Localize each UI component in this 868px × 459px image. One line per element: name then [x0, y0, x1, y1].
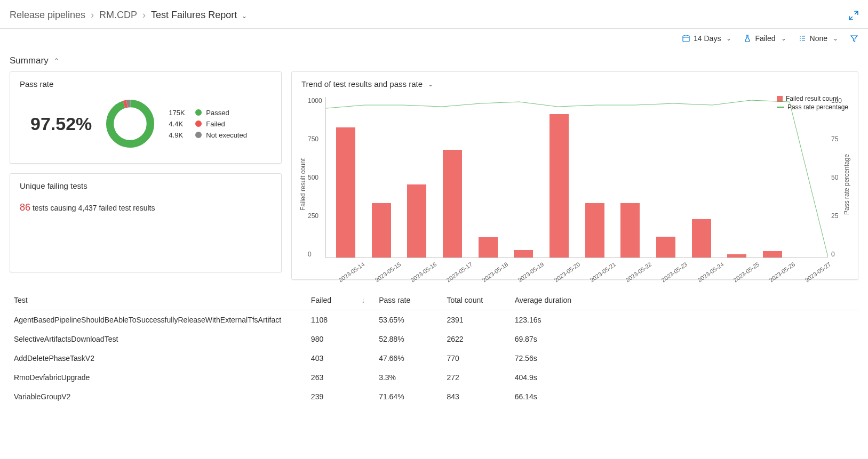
cell-total: 843 [442, 387, 510, 406]
chart-plot: 2023-05-142023-05-152023-05-162023-05-17… [325, 97, 828, 258]
chart-bar[interactable] [763, 251, 782, 257]
chart-bar[interactable] [550, 114, 569, 257]
col-duration[interactable]: Average duration [511, 291, 858, 310]
pass-rate-donut [103, 97, 157, 150]
cell-failed: 263 [307, 368, 375, 387]
y-axis-left-label: Failed result count [298, 94, 308, 275]
cell-failed: 239 [307, 387, 375, 406]
chart-bar[interactable] [479, 237, 498, 257]
chart-bar[interactable] [514, 250, 533, 257]
group-icon [798, 34, 807, 43]
cell-passrate: 47.66% [375, 349, 442, 368]
table-row[interactable]: SelectiveArtifactsDownloadTest 980 52.88… [10, 329, 858, 349]
filter-icon [850, 34, 858, 43]
chart-bars [326, 97, 828, 257]
cell-passrate: 3.3% [375, 368, 442, 387]
chart-bar[interactable] [656, 237, 675, 257]
cell-test: RmoDevfabricUpgrade [10, 368, 307, 387]
cell-total: 770 [442, 349, 510, 368]
chart-bar[interactable] [727, 254, 746, 257]
failing-tests-body: 86 tests causing 4,437 failed test resul… [10, 194, 281, 272]
legend-count: 175K [169, 109, 191, 117]
group-label: None [810, 34, 827, 43]
y-axis-left-ticks: 10007505002500 [308, 94, 325, 275]
cell-total: 272 [442, 368, 510, 387]
chevron-down-icon: ⌄ [781, 35, 786, 42]
chevron-down-icon: ⌄ [428, 80, 433, 88]
chart-bar[interactable] [692, 219, 711, 257]
pass-rate-body: 97.52% 175K Passed 4.4K [10, 92, 281, 163]
outcome-label: Failed [755, 34, 775, 43]
cell-test: AgentBasedPipelineShouldBeAbleToSuccessf… [10, 310, 307, 330]
svg-point-1 [110, 103, 150, 144]
date-range-label: 14 Days [694, 34, 721, 43]
outcome-filter[interactable]: Failed ⌄ [743, 34, 786, 43]
left-column: Pass rate 97.52% 175K Passed [10, 71, 282, 280]
breadcrumb-current[interactable]: Test Failures Report ⌄ [151, 10, 247, 21]
filter-button[interactable] [850, 34, 858, 43]
cell-duration: 404.9s [511, 368, 858, 387]
fullscreen-icon[interactable] [849, 11, 858, 20]
cell-test: SelectiveArtifactsDownloadTest [10, 329, 307, 349]
date-range-picker[interactable]: 14 Days ⌄ [682, 34, 731, 43]
col-failed[interactable]: Failed [307, 291, 375, 310]
calendar-icon [682, 34, 690, 43]
x-axis-ticks: 2023-05-142023-05-152023-05-162023-05-17… [326, 267, 828, 273]
col-passrate[interactable]: Pass rate [375, 291, 442, 310]
chevron-down-icon: ⌄ [833, 35, 838, 42]
trend-chart-body: Failed result count Pass rate percentage… [292, 91, 858, 279]
pass-rate-title: Pass rate [10, 72, 281, 92]
summary-label: Summary [10, 55, 49, 66]
cell-passrate: 71.64% [375, 387, 442, 406]
table-row[interactable]: AgentBasedPipelineShouldBeAbleToSuccessf… [10, 310, 858, 330]
cell-passrate: 52.88% [375, 329, 442, 349]
failing-suffix: tests causing 4,437 failed test results [33, 204, 155, 212]
legend-label: Not executed [206, 131, 247, 139]
trend-chart-title[interactable]: Trend of test results and pass rate ⌄ [292, 72, 858, 91]
chart-bar[interactable] [443, 150, 462, 257]
table: Test Failed Pass rate Total count Averag… [10, 291, 858, 406]
pass-rate-value: 97.52% [30, 114, 92, 134]
dot-icon [195, 109, 202, 116]
chart-bar[interactable] [620, 203, 640, 257]
cell-test: AddDeletePhaseTaskV2 [10, 349, 307, 368]
col-total[interactable]: Total count [442, 291, 510, 310]
legend-count: 4.9K [169, 131, 191, 139]
failing-tests-line: 86 tests causing 4,437 failed test resul… [20, 204, 155, 212]
chevron-down-icon: ⌄ [242, 12, 247, 20]
failing-count: 86 [20, 202, 30, 213]
chart-bar[interactable] [407, 184, 426, 257]
dot-icon [195, 120, 202, 127]
cell-failed: 403 [307, 349, 375, 368]
cell-duration: 123.16s [511, 310, 858, 330]
breadcrumb-root[interactable]: Release pipelines [10, 10, 85, 21]
failing-tests-card: Unique failing tests 86 tests causing 4,… [10, 173, 282, 272]
breadcrumb-sep: › [142, 10, 146, 21]
table-row[interactable]: RmoDevfabricUpgrade 263 3.3% 272 404.9s [10, 368, 858, 387]
svg-rect-0 [683, 36, 689, 42]
chart-area: Failed result count 10007505002500 2023-… [298, 94, 851, 275]
cell-total: 2622 [442, 329, 510, 349]
pass-rate-legend: 175K Passed 4.4K Failed 4.9K Not execute… [169, 109, 247, 139]
beaker-icon [743, 34, 752, 43]
toolbar: 14 Days ⌄ Failed ⌄ None ⌄ [0, 29, 868, 49]
failing-tests-title: Unique failing tests [10, 174, 281, 194]
cell-failed: 1108 [307, 310, 375, 330]
legend-row-passed: 175K Passed [169, 109, 247, 117]
chart-bar[interactable] [372, 203, 391, 257]
table-row[interactable]: AddDeletePhaseTaskV2 403 47.66% 770 72.5… [10, 349, 858, 368]
table-row[interactable]: VariableGroupV2 239 71.64% 843 66.14s [10, 387, 858, 406]
trend-chart-card: Trend of test results and pass rate ⌄ Fa… [291, 71, 858, 280]
legend-count: 4.4K [169, 120, 191, 128]
chevron-up-icon: ⌃ [54, 57, 59, 65]
legend-label: Passed [206, 109, 229, 117]
chart-bar[interactable] [585, 203, 604, 257]
group-by-picker[interactable]: None ⌄ [798, 34, 838, 43]
topbar: Release pipelines › RM.CDP › Test Failur… [0, 0, 868, 29]
chart-bar[interactable] [336, 127, 355, 257]
col-test[interactable]: Test [10, 291, 307, 310]
breadcrumb-mid[interactable]: RM.CDP [99, 10, 137, 21]
summary-heading[interactable]: Summary ⌃ [0, 49, 868, 71]
cell-duration: 66.14s [511, 387, 858, 406]
y-axis-right-ticks: 1007550250 [828, 94, 842, 275]
